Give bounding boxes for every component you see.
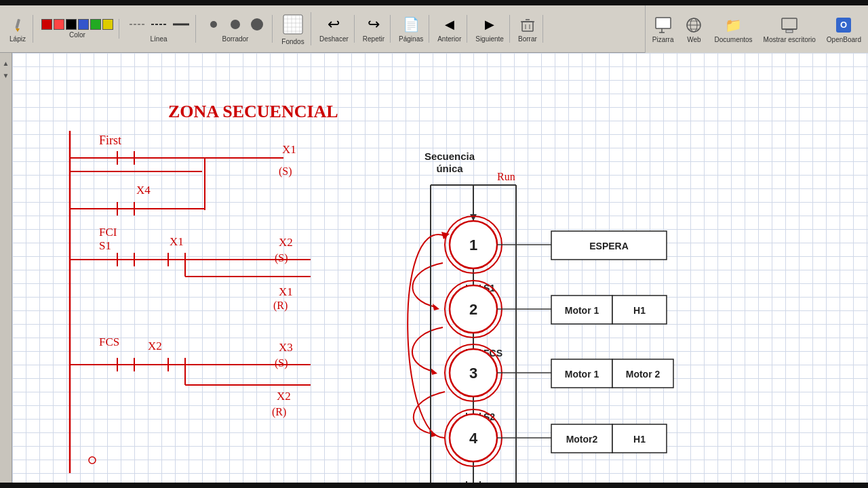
- state4-number: 4: [469, 430, 478, 447]
- toolbar-group-linea: Línea: [125, 15, 196, 43]
- toolbar-group-borrador: Borrador: [201, 15, 273, 43]
- fondos-label: Fondos: [281, 38, 304, 45]
- title-text: ZONA SECUENCIAL: [168, 102, 338, 121]
- pencil-icon[interactable]: [8, 15, 27, 34]
- svg-point-7: [251, 18, 263, 30]
- toolbar-group-lapiz: Lápiz: [5, 15, 33, 43]
- svg-point-5: [210, 21, 217, 28]
- undo-icon[interactable]: ↩: [324, 15, 343, 34]
- openboard-label: OpenBoard: [827, 36, 861, 43]
- state3-label1: Motor 1: [565, 369, 599, 380]
- rung2-x1-r-label: X1: [279, 285, 293, 298]
- state2-number: 2: [469, 301, 477, 318]
- red-arrow-2-head: [431, 368, 437, 375]
- color-red2[interactable]: [54, 19, 64, 30]
- web-icon[interactable]: [684, 16, 703, 35]
- svg-rect-32: [786, 30, 793, 33]
- toolbar-group-openboard: O OpenBoard: [827, 16, 861, 43]
- left-panel: ▲ ▼: [0, 53, 12, 483]
- next-icon[interactable]: ▶: [480, 15, 499, 34]
- fondos-icon[interactable]: [281, 12, 305, 37]
- color-black[interactable]: [66, 19, 77, 30]
- red-arrow-1: [412, 263, 443, 307]
- drawing-canvas: ZONA SECUENCIAL First X1 (S) X4: [12, 53, 868, 483]
- state1-label: ESPERA: [589, 241, 629, 251]
- canvas-area[interactable]: ZONA SECUENCIAL First X1 (S) X4: [12, 53, 868, 483]
- sequence-label-line2: única: [436, 163, 463, 174]
- pages-icon[interactable]: 📄: [401, 15, 420, 34]
- rung3-x2-r-label: X2: [277, 390, 291, 403]
- color-blue[interactable]: [78, 19, 89, 30]
- rung2-x1-label: X1: [170, 235, 184, 248]
- pizarra-label: Pizarra: [652, 36, 674, 43]
- state3-number: 3: [469, 365, 477, 382]
- svg-text:O: O: [840, 20, 847, 30]
- paginas-label: Páginas: [399, 35, 423, 43]
- repetir-label: Repetir: [363, 35, 384, 43]
- left-panel-arrow-down[interactable]: ▼: [1, 70, 11, 80]
- svg-point-6: [231, 20, 240, 29]
- color-label: Color: [69, 31, 85, 39]
- color-red[interactable]: [41, 19, 52, 30]
- rung3-r-coil: (R): [272, 406, 286, 418]
- svg-marker-1: [16, 28, 20, 32]
- lapiz-label: Lápiz: [9, 35, 26, 43]
- color-green[interactable]: [90, 19, 101, 30]
- toolbar-group-borrar: Borrar: [515, 15, 543, 43]
- red-arrow-2: [412, 327, 443, 371]
- redo-icon[interactable]: ↪: [364, 15, 383, 34]
- dashed-line-thin-icon[interactable]: [127, 15, 146, 34]
- dashed-line-medium-icon[interactable]: [149, 15, 168, 34]
- clear-icon[interactable]: [518, 15, 537, 34]
- borrador-label: Borrador: [222, 35, 249, 43]
- toolbar-group-siguiente: ▶ Siguiente: [473, 15, 510, 43]
- toolbar-group-deshacer: ↩ Deshacer: [317, 15, 355, 43]
- toolbar-group-web: Web: [684, 16, 703, 43]
- openboard-icon[interactable]: O: [834, 16, 853, 35]
- top-black-bar: [0, 0, 868, 5]
- toolbar-group-anterior: ◀ Anterior: [435, 15, 467, 43]
- rung3-fcs-label: FCS: [99, 336, 119, 348]
- eraser-small-icon[interactable]: [204, 15, 223, 34]
- state2-label1: Motor 1: [565, 305, 599, 316]
- toolbar-group-paginas: 📄 Páginas: [396, 15, 429, 43]
- rung3-s-coil: (S): [275, 357, 288, 369]
- run-label: Run: [497, 171, 515, 182]
- app: Lápiz Color: [0, 0, 868, 488]
- main-area: ▲ ▼ ZONA SECUENCIAL First X1: [0, 53, 868, 483]
- bottom-dot: [89, 457, 96, 464]
- trans4-label: FCI: [484, 481, 499, 483]
- prev-icon[interactable]: ◀: [440, 15, 459, 34]
- eraser-medium-icon[interactable]: [226, 15, 245, 34]
- sequence-label-line1: Secuencia: [425, 150, 475, 162]
- eraser-large-icon[interactable]: [248, 15, 267, 34]
- state1-number: 1: [469, 237, 477, 253]
- rung3-x3-label: X3: [279, 341, 293, 354]
- toolbar-group-color: Color: [39, 19, 119, 39]
- rung1-x1-label: X1: [282, 143, 296, 156]
- svg-rect-17: [522, 22, 533, 31]
- rung2-s1-label: S1: [99, 239, 111, 252]
- svg-rect-0: [16, 19, 20, 29]
- left-panel-arrow-up[interactable]: ▲: [1, 58, 11, 68]
- mostrar-escritorio-icon[interactable]: [780, 16, 799, 35]
- solid-line-icon[interactable]: [171, 15, 190, 34]
- color-yellow[interactable]: [102, 19, 113, 30]
- state4-label2: H1: [633, 434, 646, 445]
- svg-rect-30: [782, 18, 797, 29]
- rung2-x2-label: X2: [279, 236, 293, 249]
- svg-rect-22: [656, 18, 671, 28]
- toolbar-group-mostrar-escritorio: Mostrar escritorio: [764, 16, 816, 43]
- init-arrow-head: [470, 214, 477, 221]
- pizarra-icon[interactable]: [654, 16, 673, 35]
- state2-label2: H1: [633, 305, 646, 316]
- documentos-icon[interactable]: 📁: [724, 16, 743, 35]
- web-label: Web: [687, 36, 701, 43]
- red-arrow-1-head: [433, 304, 439, 310]
- right-toolbar: Pizarra Web 📁 Documentos Mostrar escrito…: [645, 5, 868, 53]
- state4-label1: Motor2: [566, 434, 598, 445]
- rung2-r-coil: (R): [273, 300, 288, 312]
- rung1-s-coil: (S): [279, 165, 292, 178]
- toolbar: Lápiz Color: [0, 5, 868, 53]
- rung1-first-label: First: [99, 134, 121, 147]
